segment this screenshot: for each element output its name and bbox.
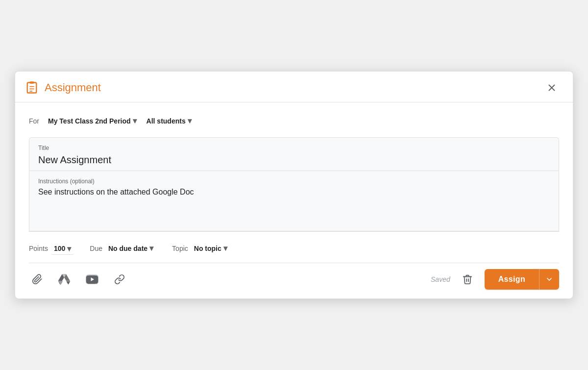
youtube-icon <box>86 274 98 284</box>
assignment-dialog: Assignment For My Test Class 2nd Period … <box>15 71 573 299</box>
svg-rect-1 <box>29 81 34 84</box>
class-dropdown[interactable]: My Test Class 2nd Period ▾ <box>45 114 140 127</box>
class-dropdown-arrow: ▾ <box>133 116 137 125</box>
topic-dropdown[interactable]: No topic ▾ <box>191 242 230 255</box>
instructions-label: Instructions (optional) <box>38 178 550 185</box>
link-button[interactable] <box>111 271 128 288</box>
students-dropdown[interactable]: All students ▾ <box>144 114 195 127</box>
instructions-value[interactable]: See instructions on the attached Google … <box>38 188 550 197</box>
topic-arrow: ▾ <box>223 244 227 253</box>
drive-button[interactable] <box>55 271 73 288</box>
assign-dropdown-arrow <box>545 275 553 283</box>
instructions-section: Instructions (optional) See instructions… <box>29 171 559 231</box>
tool-icons <box>29 271 431 288</box>
points-value: 100 <box>54 245 65 252</box>
students-dropdown-arrow: ▾ <box>188 116 192 125</box>
link-icon <box>114 274 125 285</box>
assign-dropdown-button[interactable] <box>539 269 559 290</box>
points-group: Points 100 ▾ <box>29 242 74 255</box>
points-arrow: ▾ <box>67 244 71 253</box>
close-button[interactable] <box>544 80 559 95</box>
title-section: Title New Assignment <box>29 137 559 171</box>
title-value[interactable]: New Assignment <box>38 154 550 166</box>
due-label: Due <box>90 245 102 252</box>
for-row: For My Test Class 2nd Period ▾ All stude… <box>29 114 559 127</box>
dialog-title: Assignment <box>45 81 544 94</box>
points-dropdown[interactable]: 100 ▾ <box>51 242 74 255</box>
assign-button[interactable]: Assign <box>485 269 539 290</box>
due-arrow: ▾ <box>149 244 153 253</box>
dialog-header: Assignment <box>15 72 573 102</box>
due-value: No due date <box>108 245 147 252</box>
due-dropdown[interactable]: No due date ▾ <box>105 242 156 255</box>
class-name: My Test Class 2nd Period <box>48 117 131 125</box>
drive-icon <box>58 274 70 285</box>
for-label: For <box>29 117 39 125</box>
options-row: Points 100 ▾ Due No due date ▾ Topic No … <box>29 232 559 263</box>
topic-value: No topic <box>194 245 221 252</box>
title-label: Title <box>38 145 550 151</box>
students-value: All students <box>147 117 186 125</box>
trash-icon <box>462 274 473 285</box>
assign-group: Assign <box>485 269 559 290</box>
dialog-body: For My Test Class 2nd Period ▾ All stude… <box>15 102 573 298</box>
due-group: Due No due date ▾ <box>90 242 156 255</box>
points-label: Points <box>29 245 48 252</box>
delete-button[interactable] <box>458 270 477 289</box>
toolbar-row: Saved Assign <box>29 263 559 298</box>
topic-group: Topic No topic ▾ <box>172 242 230 255</box>
attach-file-button[interactable] <box>29 271 46 288</box>
paperclip-icon <box>32 274 43 285</box>
youtube-button[interactable] <box>83 271 101 287</box>
saved-status: Saved <box>431 275 450 283</box>
assignment-icon <box>25 81 39 95</box>
topic-label: Topic <box>172 245 188 252</box>
